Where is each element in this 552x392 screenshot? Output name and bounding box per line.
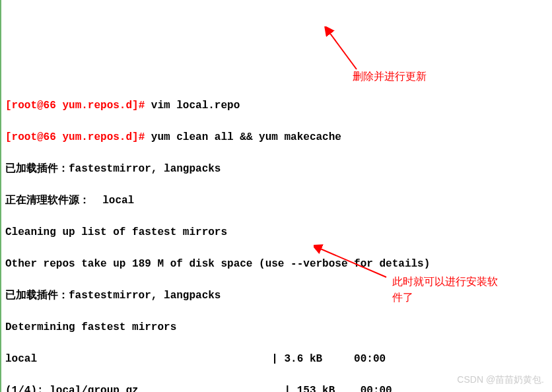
- prompt-open: [: [5, 100, 12, 112]
- watermark-text: CSDN @苗苗奶黄包.: [457, 373, 544, 387]
- output-line: 已加载插件：fastestmirror, langpacks: [5, 161, 547, 177]
- command-text: yum clean all && yum makecache: [145, 131, 341, 143]
- output-line: Determining fastest mirrors: [5, 319, 547, 335]
- annotation-text: 删除并进行更新: [353, 69, 427, 84]
- arrow-icon: [324, 26, 363, 73]
- annotation-line-1: 此时就可以进行安装软: [392, 276, 498, 287]
- output-line: 正在清理软件源： local: [5, 193, 547, 209]
- prompt-close: ]#: [132, 131, 145, 143]
- left-border: [0, 0, 1, 392]
- prompt-user-host: root@66 yum.repos.d: [12, 100, 132, 112]
- annotation-line-2: 件了: [392, 292, 413, 303]
- output-line: local | 3.6 kB 00:00: [5, 351, 547, 367]
- terminal-line[interactable]: [root@66 yum.repos.d]# yum clean all && …: [5, 129, 547, 145]
- prompt-user-host: root@66 yum.repos.d: [12, 131, 132, 143]
- terminal-line[interactable]: [root@66 yum.repos.d]# vim local.repo: [5, 98, 547, 114]
- command-text: vim local.repo: [145, 100, 240, 112]
- output-line: Other repos take up 189 M of disk space …: [5, 256, 547, 272]
- prompt-open: [: [5, 131, 12, 143]
- svg-line-0: [329, 32, 357, 69]
- prompt-close: ]#: [132, 100, 145, 112]
- annotation-text: 此时就可以进行安装软 件了: [392, 274, 511, 306]
- output-line: Cleaning up list of fastest mirrors: [5, 224, 547, 240]
